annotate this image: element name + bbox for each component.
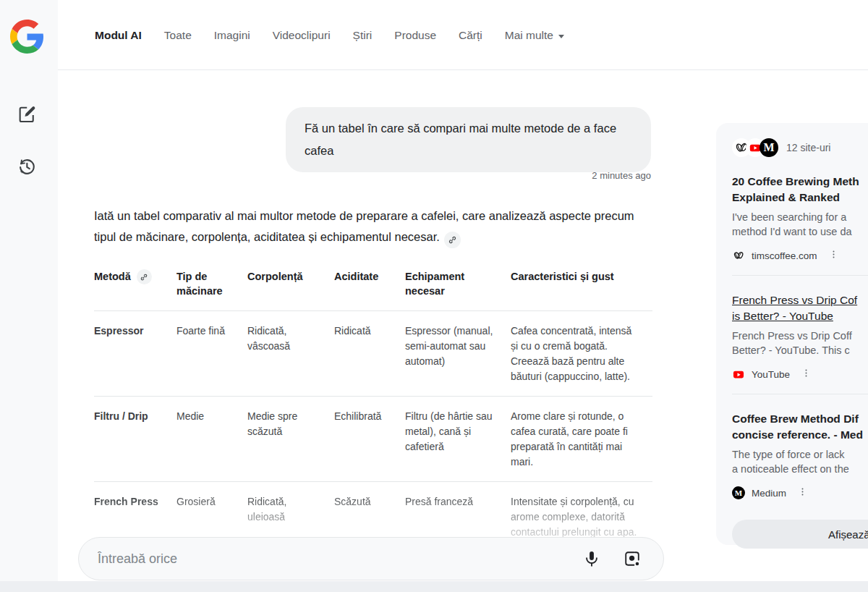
source-attribution: YouTube: [732, 366, 868, 382]
table-source-link-icon[interactable]: [137, 269, 152, 284]
google-lens-icon[interactable]: [623, 549, 642, 568]
message-timestamp: 2 minutes ago: [286, 170, 651, 181]
table-row: Filtru / Drip Medie Medie spre scăzută E…: [94, 397, 652, 482]
source-domain[interactable]: YouTube: [752, 369, 790, 380]
microphone-icon[interactable]: [582, 549, 601, 568]
medium-favicon-icon: M: [732, 486, 745, 499]
source-attribution: M Medium: [732, 485, 868, 501]
table-row: Espressor Foarte fină Ridicată, vâscoasă…: [94, 311, 652, 397]
ai-response-intro: Iată un tabel comparativ al mai multor m…: [94, 206, 642, 248]
search-tabs: Modul AI Toate Imagini Videoclipuri Știr…: [95, 29, 564, 42]
user-message-bubble: Fă un tabel în care să compari mai multe…: [286, 107, 651, 172]
chevron-down-icon: [558, 35, 564, 38]
tab-carti[interactable]: Cărți: [459, 29, 482, 42]
card-divider: [732, 275, 868, 276]
source-card: Coffee Brew Method Dif concise reference…: [732, 411, 868, 501]
source-attribution: timscoffee.com: [732, 248, 868, 263]
card-divider: [732, 394, 868, 394]
top-navigation: Modul AI Toate Imagini Videoclipuri Știr…: [58, 0, 868, 70]
column-header: Metodă: [94, 269, 131, 284]
ask-anything-bar: [78, 537, 664, 580]
source-domain[interactable]: Medium: [752, 488, 786, 499]
ask-input[interactable]: [98, 551, 561, 567]
tab-modul-ai[interactable]: Modul AI: [95, 29, 142, 42]
sources-count: 12 site-uri: [786, 142, 830, 153]
source-domain[interactable]: timscoffee.com: [752, 250, 817, 261]
tab-videoclipuri[interactable]: Videoclipuri: [273, 29, 331, 42]
column-header: Echipament necesar: [405, 269, 511, 298]
source-link-icon[interactable]: [444, 232, 461, 248]
medium-favicon-icon: M: [760, 138, 778, 157]
history-icon[interactable]: [15, 156, 38, 179]
tab-stiri[interactable]: Știri: [353, 29, 373, 42]
user-message-text: Fă un tabel în care să compari mai multe…: [305, 122, 616, 157]
youtube-favicon-icon: [732, 368, 745, 381]
more-options-icon[interactable]: [796, 485, 809, 501]
column-header: Tip de măcinare: [176, 269, 247, 298]
tab-mai-multe[interactable]: Mai multe: [505, 29, 564, 42]
table-header-row: Metodă Tip de măcinare Corpolență Acidit…: [94, 262, 652, 311]
source-snippet: I've been searching for a method I'd wan…: [732, 210, 868, 239]
source-card: 20 Coffee Brewing Meth Explained & Ranke…: [732, 174, 868, 263]
tab-toate[interactable]: Toate: [164, 29, 192, 42]
left-rail: [0, 0, 58, 581]
sources-header: M 12 site-uri: [732, 138, 868, 157]
source-card: French Press vs Drip Cof is Better? - Yo…: [732, 292, 868, 382]
source-snippet: French Press vs Drip Coff Better? - YouT…: [732, 329, 868, 358]
comparison-table: Metodă Tip de măcinare Corpolență Acidit…: [94, 262, 652, 551]
more-options-icon[interactable]: [799, 366, 813, 382]
coffee-beans-favicon-icon: [732, 249, 745, 262]
tab-imagini[interactable]: Imagini: [214, 29, 250, 42]
source-title[interactable]: French Press vs Drip Cof is Better? - Yo…: [732, 292, 868, 324]
source-title[interactable]: 20 Coffee Brewing Meth Explained & Ranke…: [732, 174, 868, 206]
google-logo[interactable]: [10, 20, 44, 54]
column-header: Aciditate: [334, 269, 405, 298]
column-header: Corpolență: [247, 269, 334, 298]
tab-produse[interactable]: Produse: [394, 29, 436, 42]
more-options-icon[interactable]: [827, 248, 841, 263]
show-all-sources-button[interactable]: Afișează-: [732, 520, 868, 549]
new-chat-icon[interactable]: [15, 103, 38, 127]
sources-panel: M 12 site-uri 20 Coffee Brewing Meth Exp…: [716, 123, 868, 545]
source-favicons: M: [732, 138, 778, 157]
source-snippet: The type of force or lack a noticeable e…: [732, 447, 868, 476]
source-title[interactable]: Coffee Brew Method Dif concise reference…: [732, 411, 868, 443]
column-header: Caracteristici și gust: [511, 269, 652, 298]
window-bottom-edge: [0, 581, 868, 592]
